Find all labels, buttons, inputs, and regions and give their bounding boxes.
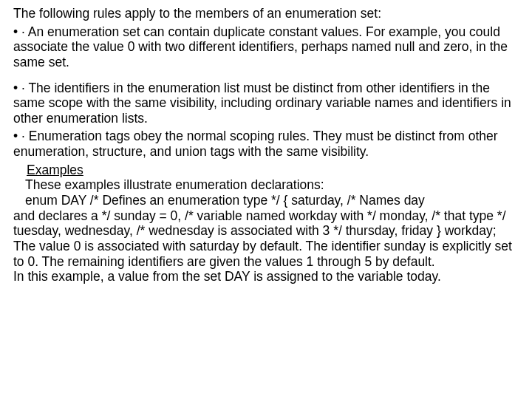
- rule-3: • · Enumeration tags obey the normal sco…: [13, 129, 522, 159]
- blank-spacer: [13, 73, 522, 81]
- intro-line: The following rules apply to the members…: [13, 6, 522, 21]
- document-page: The following rules apply to the members…: [0, 0, 532, 290]
- explanation-1: The value 0 is associated with saturday …: [13, 239, 522, 269]
- code-line-1: enum DAY /* Defines an enumeration type …: [13, 193, 522, 208]
- code-line-2: and declares a */ sunday = 0, /* variabl…: [13, 208, 522, 239]
- explanation-2: In this example, a value from the set DA…: [13, 269, 522, 284]
- rule-2: • · The identifiers in the enumeration l…: [13, 81, 522, 126]
- rule-1: • · An enumeration set can contain dupli…: [13, 24, 522, 70]
- examples-heading-word: Examples: [27, 163, 83, 177]
- examples-intro: These examples illustrate enumeration de…: [13, 177, 522, 193]
- examples-heading: Examples: [13, 163, 522, 178]
